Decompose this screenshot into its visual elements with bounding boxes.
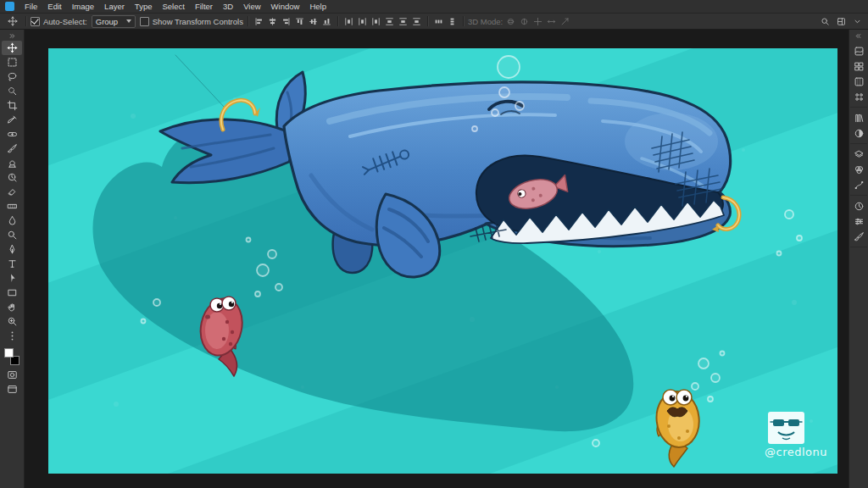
auto-select-control[interactable]: Auto-Select: — [31, 17, 87, 26]
move-icon[interactable] — [2, 41, 22, 55]
clone-stamp-icon[interactable] — [2, 156, 22, 170]
3d-roll-icon[interactable] — [518, 15, 531, 28]
show-transform-control[interactable]: Show Transform Controls — [140, 17, 243, 26]
chevrons-icon[interactable] — [850, 30, 867, 41]
menu-layer[interactable]: Layer — [99, 0, 130, 13]
menu-items: FileEditImageLayerTypeSelectFilter3DView… — [19, 0, 331, 13]
eraser-icon[interactable] — [2, 185, 22, 199]
align-vertical-centers-icon[interactable] — [307, 15, 320, 28]
rectangle-icon[interactable] — [2, 286, 22, 300]
search-icon[interactable] — [818, 15, 832, 28]
3d-mode-label: 3D Mode: — [468, 17, 503, 26]
ellipsis-icon[interactable] — [2, 329, 22, 343]
chevrons-icon[interactable] — [2, 30, 22, 41]
quick-select-icon[interactable] — [2, 84, 22, 98]
foreground-color-swatch[interactable] — [4, 348, 14, 358]
align-right-edges-icon[interactable] — [280, 15, 292, 28]
more-options-icon[interactable] — [850, 15, 864, 28]
dodge-icon[interactable] — [2, 228, 22, 242]
brush-icon[interactable] — [2, 141, 22, 156]
options-bar: Auto-Select: Group Show Transform Contro… — [0, 14, 868, 30]
choose-workspace-icon[interactable] — [834, 15, 848, 28]
distribute-top-edges-icon[interactable] — [342, 15, 355, 28]
whale-illustration-canvas[interactable]: @credlonu — [48, 48, 837, 474]
menu-view[interactable]: View — [238, 0, 265, 13]
channels-panel-icon[interactable] — [850, 162, 867, 177]
chevron-down-icon — [126, 19, 131, 23]
history-brush-icon[interactable] — [2, 170, 22, 185]
align-left-edges-icon[interactable] — [253, 15, 265, 28]
3d-drag-icon[interactable] — [531, 15, 544, 28]
gradients-panel-icon[interactable] — [850, 74, 867, 89]
panel-group — [850, 144, 867, 196]
separator — [463, 16, 464, 26]
crop-icon[interactable] — [2, 98, 22, 113]
blur-icon[interactable] — [2, 214, 22, 228]
menu-select[interactable]: Select — [157, 0, 189, 13]
menu-type[interactable]: Type — [130, 0, 158, 13]
show-transform-checkbox[interactable] — [140, 17, 149, 26]
screen-mode-icon[interactable] — [2, 382, 22, 396]
lasso-icon[interactable] — [2, 69, 22, 84]
3d-scale-icon[interactable] — [559, 15, 571, 28]
menu-help[interactable]: Help — [304, 0, 331, 13]
adjustments-panel-icon[interactable] — [850, 125, 867, 141]
panel-dock-groups — [850, 41, 867, 247]
color-panel-icon[interactable] — [850, 43, 867, 58]
3d-rotate-icon[interactable] — [504, 15, 517, 28]
distribute-left-edges-icon[interactable] — [383, 15, 396, 28]
move-icon[interactable] — [4, 15, 21, 28]
auto-select-value: Group — [96, 17, 118, 26]
canvas-area[interactable]: @credlonu — [25, 30, 849, 488]
history-panel-icon[interactable] — [850, 198, 867, 214]
swatches-panel-icon[interactable] — [850, 58, 867, 74]
menu-window[interactable]: Window — [266, 0, 305, 13]
pen-icon[interactable] — [2, 242, 22, 257]
menu-image[interactable]: Image — [67, 0, 99, 13]
patterns-panel-icon[interactable] — [850, 89, 867, 104]
3d-slide-icon[interactable] — [545, 15, 558, 28]
marquee-icon[interactable] — [2, 55, 22, 69]
auto-select-target-dropdown[interactable]: Group — [92, 15, 136, 28]
menu-file[interactable]: File — [19, 0, 42, 13]
distribute-horizontal-spacing-icon[interactable] — [432, 15, 445, 28]
separator — [25, 16, 26, 26]
tool-bar — [0, 30, 25, 488]
menu-edit[interactable]: Edit — [42, 0, 66, 13]
document-artwork[interactable]: @credlonu — [48, 48, 837, 474]
brushes-panel-icon[interactable] — [850, 229, 867, 244]
separator — [337, 16, 338, 26]
zoom-icon[interactable] — [2, 314, 22, 329]
options-bar-right — [818, 15, 864, 28]
distribute-bottom-edges-icon[interactable] — [370, 15, 382, 28]
type-icon[interactable] — [2, 257, 22, 271]
distribute-horizontal-centers-icon[interactable] — [397, 15, 409, 28]
app-icon[interactable] — [5, 2, 14, 11]
libraries-panel-icon[interactable] — [850, 110, 867, 125]
align-bottom-edges-icon[interactable] — [320, 15, 333, 28]
gradient-icon[interactable] — [2, 199, 22, 214]
distribute-right-edges-icon[interactable] — [410, 15, 423, 28]
distribute-vertical-centers-icon[interactable] — [356, 15, 369, 28]
panel-group — [850, 196, 867, 247]
menu-filter[interactable]: Filter — [190, 0, 218, 13]
spot-healing-icon[interactable] — [2, 127, 22, 141]
auto-select-checkbox[interactable] — [31, 17, 40, 26]
quick-mask-icon[interactable] — [2, 368, 22, 382]
distribute-vertical-spacing-icon[interactable] — [446, 15, 459, 28]
color-swatches[interactable] — [3, 347, 20, 366]
panel-group — [850, 108, 867, 144]
align-top-edges-icon[interactable] — [293, 15, 306, 28]
align-icons-group — [253, 15, 333, 28]
properties-panel-icon[interactable] — [850, 214, 867, 229]
path-selection-icon[interactable] — [2, 271, 22, 286]
layers-panel-icon[interactable] — [850, 147, 867, 162]
hand-icon[interactable] — [2, 300, 22, 314]
separator — [427, 16, 428, 26]
eyedropper-icon[interactable] — [2, 113, 22, 127]
tools-list — [2, 41, 22, 329]
menu-3d[interactable]: 3D — [218, 0, 238, 13]
align-horizontal-centers-icon[interactable] — [266, 15, 279, 28]
panel-group — [850, 41, 867, 108]
paths-panel-icon[interactable] — [850, 177, 867, 192]
